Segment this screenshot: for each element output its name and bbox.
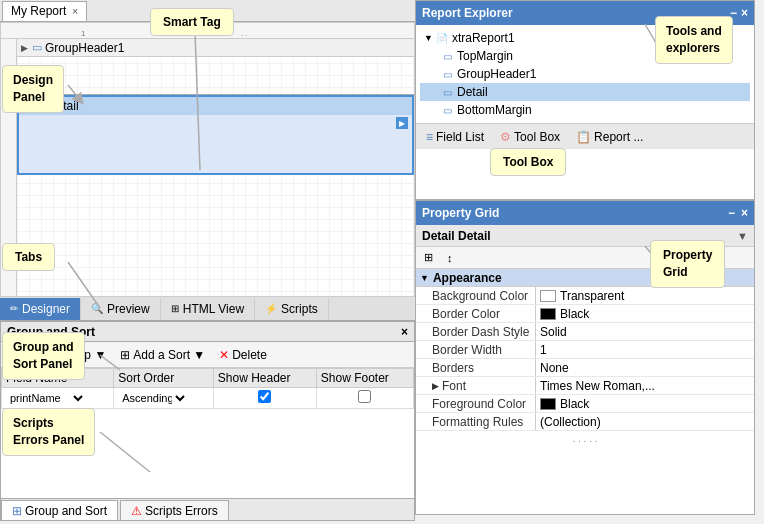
font-label: Times New Roman,... (540, 379, 655, 393)
fgcolor-label: Black (560, 397, 589, 411)
prop-name-font: ▶ Font (416, 377, 536, 394)
prop-grid-close-btn[interactable]: × (741, 206, 748, 220)
smart-tag-button[interactable]: ▶ (396, 117, 408, 129)
report-btn-icon: 📋 (576, 130, 591, 144)
report-tab[interactable]: My Report × (2, 1, 87, 21)
field-list-button[interactable]: ≡ Field List (420, 128, 490, 146)
prop-value-bordercolor[interactable]: Black (536, 306, 754, 322)
tab-preview[interactable]: 🔍 Preview (81, 298, 161, 320)
group-header-band: ▶ ▭ GroupHeader1 (17, 39, 414, 95)
add-sort-label: Add a Sort ▼ (133, 348, 205, 362)
prop-value-fgcolor[interactable]: Black (536, 396, 754, 412)
tree-label-bottommargin: BottomMargin (457, 103, 532, 117)
show-footer-checkbox[interactable] (358, 390, 371, 403)
tool-box-button[interactable]: ⚙ Tool Box (494, 128, 566, 146)
tree-label-groupheader1: GroupHeader1 (457, 67, 536, 81)
prop-name-borderwidth: Border Width (416, 341, 536, 358)
scripts-errors-label: Scripts Errors (145, 504, 218, 518)
delete-label: Delete (232, 348, 267, 362)
callout-scripts-errors: ScriptsErrors Panel (2, 408, 95, 456)
borderdash-label: Solid (540, 325, 567, 339)
callout-design-label: DesignPanel (13, 73, 53, 104)
band-icon-topmargin: ▭ (440, 49, 454, 63)
font-expand-icon[interactable]: ▶ (432, 381, 439, 391)
group-icon: ▭ (32, 41, 42, 54)
cell-show-header (213, 388, 316, 409)
report-btn[interactable]: 📋 Report ... (570, 128, 649, 146)
tree-item-bottommargin[interactable]: ▭ BottomMargin (420, 101, 750, 119)
prop-grid-content: ▼ Appearance Background Color Transparen… (416, 269, 754, 509)
tree-item-groupheader1[interactable]: ▭ GroupHeader1 (420, 65, 750, 83)
sort-order-select[interactable]: Ascending Descending (118, 391, 188, 405)
band-icon-detail: ▭ (440, 85, 454, 99)
col-show-header: Show Header (213, 369, 316, 388)
prop-value-bgcolor[interactable]: Transparent (536, 288, 754, 304)
field-list-label: Field List (436, 130, 484, 144)
design-panel: 1 2 . . ▶ ▭ GroupHeader1 ▼ ▭ Detail (0, 22, 415, 297)
scripts-icon: ⚡ (265, 303, 277, 314)
cell-sort-order: Ascending Descending (114, 388, 214, 409)
callout-tabs-label: Tabs (15, 250, 42, 264)
prop-grid-title-label: Property Grid (422, 206, 499, 220)
expand-icon[interactable]: ▶ (21, 43, 28, 53)
tree-item-detail[interactable]: ▭ Detail (420, 83, 750, 101)
tool-box-icon: ⚙ (500, 130, 511, 144)
scripts-errors-icon: ⚠ (131, 504, 142, 518)
tab-scripts-errors[interactable]: ⚠ Scripts Errors (120, 500, 229, 520)
explorer-close-btn[interactable]: × (741, 6, 748, 20)
callout-tools-explorers: Tools andexplorers (655, 16, 733, 64)
main-area: My Report × 1 2 . . ▶ ▭ GroupHeader1 (0, 0, 764, 524)
field-name-select[interactable]: printName (6, 391, 86, 405)
prop-value-borderdash[interactable]: Solid (536, 324, 754, 340)
group-header-name: GroupHeader1 (45, 41, 124, 55)
show-header-checkbox[interactable] (258, 390, 271, 403)
prop-value-formatting[interactable]: (Collection) (536, 414, 754, 430)
prop-grid-dropdown-icon[interactable]: ▼ (737, 230, 748, 242)
prop-row-borderwidth: Border Width 1 (416, 341, 754, 359)
bgcolor-swatch (540, 290, 556, 302)
cell-show-footer (316, 388, 413, 409)
group-sort-close[interactable]: × (401, 325, 408, 339)
add-sort-icon: ⊞ (120, 348, 130, 362)
fgcolor-swatch (540, 398, 556, 410)
section-expand-icon[interactable]: ▼ (420, 273, 429, 283)
callout-toolbox-label: Tool Box (503, 155, 553, 169)
tab-scripts[interactable]: ⚡ Scripts (255, 298, 329, 320)
explorer-title-label: Report Explorer (422, 6, 513, 20)
tab-designer[interactable]: ✏ Designer (0, 298, 81, 320)
callout-tool-box: Tool Box (490, 148, 566, 176)
group-header-label: ▶ ▭ GroupHeader1 (17, 39, 414, 57)
bgcolor-label: Transparent (560, 289, 624, 303)
prop-grid-title-buttons: − × (728, 206, 748, 220)
prop-grid-minimize-btn[interactable]: − (728, 206, 735, 220)
callout-tools-label: Tools andexplorers (666, 24, 722, 55)
tab-htmlview-label: HTML View (183, 302, 244, 316)
prop-categorize-btn[interactable]: ⊞ (420, 249, 437, 266)
prop-value-borderwidth[interactable]: 1 (536, 342, 754, 358)
prop-row-bgcolor: Background Color Transparent (416, 287, 754, 305)
tab-preview-label: Preview (107, 302, 150, 316)
explorer-footer: ≡ Field List ⚙ Tool Box 📋 Report ... (416, 123, 754, 149)
tab-html-view[interactable]: ⊞ HTML View (161, 298, 255, 320)
tab-label: My Report (11, 4, 66, 18)
prop-value-borders[interactable]: None (536, 360, 754, 376)
report-icon: 📄 (435, 31, 449, 45)
more-rows-indicator: . . . . . (416, 431, 754, 446)
prop-name-borderdash: Border Dash Style (416, 323, 536, 340)
tab-group-and-sort[interactable]: ⊞ Group and Sort (1, 500, 118, 520)
delete-button[interactable]: ✕ Delete (214, 346, 272, 364)
group-sort-tab-label: Group and Sort (25, 504, 107, 518)
tree-label-detail: Detail (457, 85, 488, 99)
prop-sort-btn[interactable]: ↕ (443, 250, 457, 266)
tab-close[interactable]: × (72, 6, 78, 17)
callout-smart-tag: Smart Tag (150, 8, 234, 36)
callout-smarttag-label: Smart Tag (163, 15, 221, 29)
prop-row-bordercolor: Border Color Black (416, 305, 754, 323)
prop-row-formatting: Formatting Rules (Collection) (416, 413, 754, 431)
group-sort-tab-icon: ⊞ (12, 504, 22, 518)
col-sort-order: Sort Order (114, 369, 214, 388)
prop-name-bgcolor: Background Color (416, 287, 536, 304)
prop-value-font[interactable]: Times New Roman,... (536, 378, 754, 394)
prop-name-borders: Borders (416, 359, 536, 376)
add-sort-button[interactable]: ⊞ Add a Sort ▼ (115, 346, 210, 364)
